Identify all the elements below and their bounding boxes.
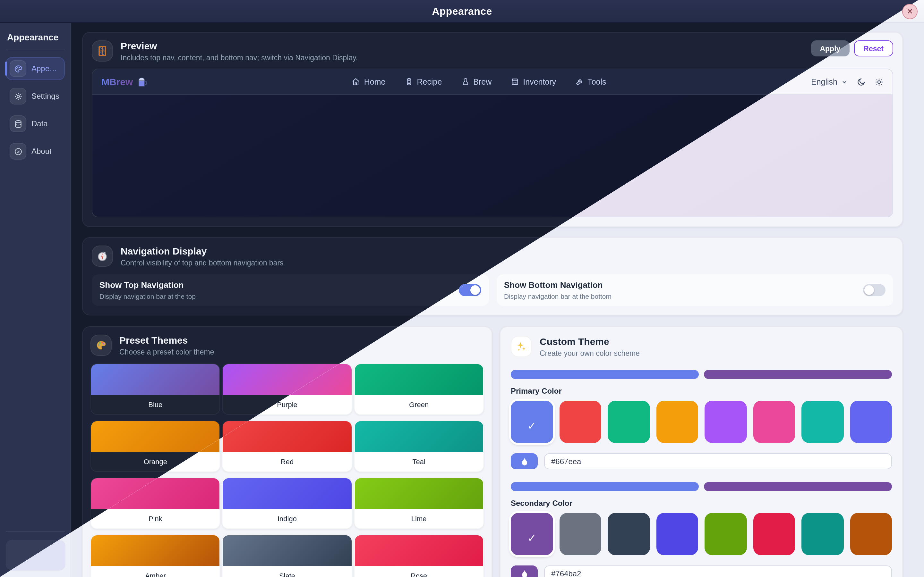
primary-swatch-3[interactable] xyxy=(656,401,698,443)
sidebar-item-appearance[interactable]: Appearance xyxy=(6,57,65,80)
nav-item-label: Brew xyxy=(473,77,491,86)
nav-item-home[interactable]: Home xyxy=(352,77,386,86)
theme-label: Green xyxy=(355,395,483,414)
secondary-gradient-bar xyxy=(704,482,892,491)
secondary-swatch-1[interactable] xyxy=(559,513,601,555)
nav-item-inventory[interactable]: Inventory xyxy=(511,77,556,86)
primary-swatch-5[interactable] xyxy=(753,401,795,443)
sidebar-item-label: About xyxy=(31,147,52,156)
theme-label: Slate xyxy=(223,566,352,577)
preview-subtitle: Includes top nav, content, and bottom na… xyxy=(121,54,358,61)
theme-tile-teal[interactable]: Teal xyxy=(354,421,484,472)
sidebar-footer-divider xyxy=(6,532,65,532)
sidebar-item-about[interactable]: About xyxy=(6,140,65,163)
primary-swatch-6[interactable] xyxy=(801,401,843,443)
language-select[interactable]: English xyxy=(811,77,848,86)
gradient-preview-row xyxy=(511,370,892,379)
theme-tile-amber[interactable]: Amber xyxy=(90,535,220,577)
secondary-swatch-4[interactable] xyxy=(704,513,746,555)
nav-item-label: Home xyxy=(364,77,386,86)
nav-item-label: Tools xyxy=(588,77,606,86)
secondary-hex-row xyxy=(511,566,892,577)
bottom-nav-toggle[interactable] xyxy=(863,284,885,296)
recipe-icon xyxy=(405,77,413,86)
theme-tile-lime[interactable]: Lime xyxy=(354,478,484,529)
secondary-color-picker-button[interactable] xyxy=(511,566,538,577)
toggle-description: Display navigation bar at the bottom xyxy=(504,292,612,300)
check-icon: ✓ xyxy=(511,532,553,544)
theme-swatch xyxy=(355,364,483,395)
theme-tile-slate[interactable]: Slate xyxy=(222,535,352,577)
primary-swatch-0[interactable]: ✓ xyxy=(511,401,553,443)
theme-swatch xyxy=(355,421,483,452)
sparkles-emoji-icon xyxy=(511,336,532,357)
primary-swatch-4[interactable] xyxy=(704,401,746,443)
bottom-nav-toggle-row: Show Bottom Navigation Display navigatio… xyxy=(496,274,893,306)
gradient-preview-row xyxy=(511,482,892,491)
theme-swatch xyxy=(223,535,352,566)
beer-mug-icon xyxy=(137,77,147,87)
custom-theme-card: Custom Theme Create your own color schem… xyxy=(500,326,903,577)
moon-icon[interactable] xyxy=(857,77,866,86)
theme-swatch xyxy=(91,364,220,395)
nav-item-label: Recipe xyxy=(417,77,442,86)
window-title: Appearance xyxy=(432,5,492,17)
sidebar-item-data[interactable]: Data xyxy=(6,112,65,135)
navigation-display-subtitle: Control visibility of top and bottom nav… xyxy=(121,259,284,267)
theme-tile-rose[interactable]: Rose xyxy=(354,535,484,577)
preset-themes-subtitle: Choose a preset color theme xyxy=(120,348,214,356)
nav-item-tools[interactable]: Tools xyxy=(575,77,606,86)
primary-color-label: Primary Color xyxy=(511,387,892,396)
theme-tile-green[interactable]: Green xyxy=(354,364,484,415)
reset-button[interactable]: Reset xyxy=(854,40,893,56)
brand-name: MBrew xyxy=(102,76,133,87)
home-icon xyxy=(352,77,360,86)
theme-tile-blue[interactable]: Blue xyxy=(90,364,220,415)
top-nav-toggle-row: Show Top Navigation Display navigation b… xyxy=(92,274,489,306)
primary-swatch-1[interactable] xyxy=(559,401,601,443)
toggle-knob xyxy=(470,285,480,295)
theme-swatch xyxy=(355,535,483,566)
flask-icon xyxy=(461,77,469,86)
primary-color-picker-button[interactable] xyxy=(511,453,538,469)
theme-label: Indigo xyxy=(223,509,352,528)
custom-theme-subtitle: Create your own color scheme xyxy=(540,350,640,357)
droplet-icon xyxy=(521,570,527,577)
primary-swatch-2[interactable] xyxy=(607,401,650,443)
theme-label: Pink xyxy=(91,509,220,528)
sidebar-item-settings[interactable]: Settings xyxy=(6,85,65,108)
sidebar-item-label: Appearance xyxy=(31,64,61,73)
preview-title: Preview xyxy=(121,40,358,51)
close-icon: ✕ xyxy=(907,8,913,15)
toggle-label: Show Bottom Navigation xyxy=(504,280,612,290)
nav-item-brew[interactable]: Brew xyxy=(461,77,491,86)
secondary-swatch-0[interactable]: ✓ xyxy=(511,513,553,555)
primary-swatch-7[interactable] xyxy=(850,401,892,443)
preview-nav-controls: English xyxy=(811,77,884,86)
theme-swatch xyxy=(355,478,483,509)
secondary-hex-input[interactable] xyxy=(544,566,892,577)
preset-themes-title: Preset Themes xyxy=(120,335,214,346)
primary-swatch-row: ✓ xyxy=(511,401,892,443)
secondary-swatch-7[interactable] xyxy=(850,513,892,555)
theme-label: Lime xyxy=(355,509,483,528)
nav-item-label: Inventory xyxy=(523,77,556,86)
secondary-swatch-6[interactable] xyxy=(801,513,843,555)
palette-icon xyxy=(10,60,26,77)
custom-theme-title: Custom Theme xyxy=(540,336,640,347)
toggle-label: Show Top Navigation xyxy=(99,280,196,290)
secondary-swatch-2[interactable] xyxy=(607,513,650,555)
theme-label: Teal xyxy=(355,452,483,471)
store-icon xyxy=(511,77,519,86)
navigation-display-title: Navigation Display xyxy=(121,245,284,256)
primary-hex-input[interactable] xyxy=(544,453,892,469)
nav-item-recipe[interactable]: Recipe xyxy=(405,77,442,86)
secondary-swatch-5[interactable] xyxy=(753,513,795,555)
preview-top-nav: MBrew Home Recip xyxy=(92,69,893,95)
secondary-swatch-3[interactable] xyxy=(656,513,698,555)
theme-tile-red[interactable]: Red xyxy=(222,421,352,472)
gear-icon[interactable] xyxy=(875,77,884,86)
primary-gradient-bar xyxy=(511,370,699,379)
theme-tile-indigo[interactable]: Indigo xyxy=(222,478,352,529)
database-icon xyxy=(10,115,26,132)
